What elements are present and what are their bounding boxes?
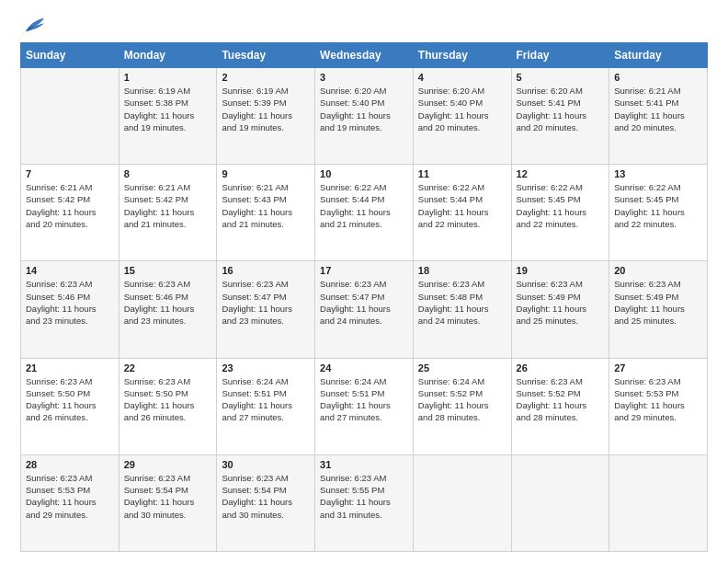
day-info: Sunrise: 6:19 AMSunset: 5:38 PMDaylight:… [124, 85, 212, 133]
calendar-cell: 29Sunrise: 6:23 AMSunset: 5:54 PMDayligh… [119, 454, 217, 551]
day-number: 9 [222, 168, 310, 179]
calendar-cell: 27Sunrise: 6:23 AMSunset: 5:53 PMDayligh… [609, 358, 708, 454]
calendar-cell: 9Sunrise: 6:21 AMSunset: 5:43 PMDaylight… [217, 165, 315, 261]
weekday-header-friday: Friday [511, 43, 609, 68]
day-info: Sunrise: 6:24 AMSunset: 5:51 PMDaylight:… [222, 375, 310, 424]
day-number: 16 [222, 265, 310, 276]
day-info: Sunrise: 6:23 AMSunset: 5:53 PMDaylight:… [614, 375, 702, 424]
day-number: 10 [320, 168, 408, 179]
calendar-cell: 10Sunrise: 6:22 AMSunset: 5:44 PMDayligh… [315, 165, 414, 261]
calendar-cell: 6Sunrise: 6:21 AMSunset: 5:41 PMDaylight… [609, 68, 708, 165]
day-info: Sunrise: 6:20 AMSunset: 5:41 PMDaylight:… [517, 85, 605, 133]
calendar-cell: 19Sunrise: 6:23 AMSunset: 5:49 PMDayligh… [511, 261, 609, 358]
day-number: 27 [614, 362, 702, 373]
day-info: Sunrise: 6:23 AMSunset: 5:49 PMDaylight:… [614, 278, 702, 327]
day-info: Sunrise: 6:21 AMSunset: 5:42 PMDaylight:… [26, 181, 114, 230]
weekday-header-row: SundayMondayTuesdayWednesdayThursdayFrid… [21, 43, 708, 68]
day-number: 6 [614, 72, 702, 83]
calendar-cell [21, 68, 119, 165]
calendar-cell: 13Sunrise: 6:22 AMSunset: 5:45 PMDayligh… [609, 165, 708, 261]
calendar-cell: 1Sunrise: 6:19 AMSunset: 5:38 PMDaylight… [119, 68, 217, 165]
calendar-cell: 28Sunrise: 6:23 AMSunset: 5:53 PMDayligh… [21, 454, 119, 551]
calendar-cell: 17Sunrise: 6:23 AMSunset: 5:47 PMDayligh… [315, 261, 414, 358]
calendar-page: SundayMondayTuesdayWednesdayThursdayFrid… [0, 0, 728, 563]
day-info: Sunrise: 6:20 AMSunset: 5:40 PMDaylight:… [418, 85, 506, 133]
calendar-cell: 15Sunrise: 6:23 AMSunset: 5:46 PMDayligh… [119, 261, 217, 358]
calendar-cell: 30Sunrise: 6:23 AMSunset: 5:54 PMDayligh… [217, 454, 315, 551]
day-number: 22 [124, 362, 212, 373]
day-number: 2 [222, 72, 310, 83]
calendar-cell: 21Sunrise: 6:23 AMSunset: 5:50 PMDayligh… [21, 358, 119, 454]
day-number: 12 [517, 168, 605, 179]
calendar-cell: 18Sunrise: 6:23 AMSunset: 5:48 PMDayligh… [413, 261, 511, 358]
calendar-body: 1Sunrise: 6:19 AMSunset: 5:38 PMDaylight… [21, 68, 708, 552]
day-number: 23 [222, 362, 310, 373]
day-number: 15 [124, 265, 212, 276]
calendar-cell: 24Sunrise: 6:24 AMSunset: 5:51 PMDayligh… [315, 358, 414, 454]
day-number: 4 [418, 72, 506, 83]
day-info: Sunrise: 6:21 AMSunset: 5:42 PMDaylight:… [124, 181, 212, 230]
calendar-cell: 31Sunrise: 6:23 AMSunset: 5:55 PMDayligh… [315, 454, 414, 551]
calendar-table: SundayMondayTuesdayWednesdayThursdayFrid… [20, 42, 708, 552]
calendar-week-row: 1Sunrise: 6:19 AMSunset: 5:38 PMDaylight… [21, 68, 708, 165]
header [20, 17, 708, 35]
calendar-cell: 25Sunrise: 6:24 AMSunset: 5:52 PMDayligh… [413, 358, 511, 454]
day-number: 28 [26, 459, 114, 470]
day-info: Sunrise: 6:23 AMSunset: 5:49 PMDaylight:… [517, 278, 605, 327]
calendar-cell [609, 454, 708, 551]
weekday-header-thursday: Thursday [413, 43, 511, 68]
day-info: Sunrise: 6:21 AMSunset: 5:41 PMDaylight:… [614, 85, 702, 133]
weekday-header-wednesday: Wednesday [315, 43, 414, 68]
calendar-week-row: 7Sunrise: 6:21 AMSunset: 5:42 PMDaylight… [21, 165, 708, 261]
day-info: Sunrise: 6:23 AMSunset: 5:52 PMDaylight:… [517, 375, 605, 424]
calendar-cell: 7Sunrise: 6:21 AMSunset: 5:42 PMDaylight… [21, 165, 119, 261]
day-info: Sunrise: 6:22 AMSunset: 5:44 PMDaylight:… [320, 181, 408, 230]
calendar-week-row: 21Sunrise: 6:23 AMSunset: 5:50 PMDayligh… [21, 358, 708, 454]
day-number: 8 [124, 168, 212, 179]
day-info: Sunrise: 6:24 AMSunset: 5:52 PMDaylight:… [418, 375, 506, 424]
day-number: 30 [222, 459, 310, 470]
day-number: 20 [614, 265, 702, 276]
day-info: Sunrise: 6:23 AMSunset: 5:46 PMDaylight:… [26, 278, 114, 327]
calendar-cell: 8Sunrise: 6:21 AMSunset: 5:42 PMDaylight… [119, 165, 217, 261]
calendar-cell: 26Sunrise: 6:23 AMSunset: 5:52 PMDayligh… [511, 358, 609, 454]
calendar-cell: 23Sunrise: 6:24 AMSunset: 5:51 PMDayligh… [217, 358, 315, 454]
day-number: 7 [26, 168, 114, 179]
calendar-cell [511, 454, 609, 551]
weekday-header-tuesday: Tuesday [217, 43, 315, 68]
calendar-week-row: 14Sunrise: 6:23 AMSunset: 5:46 PMDayligh… [21, 261, 708, 358]
day-info: Sunrise: 6:23 AMSunset: 5:48 PMDaylight:… [418, 278, 506, 327]
day-info: Sunrise: 6:23 AMSunset: 5:50 PMDaylight:… [26, 375, 114, 424]
day-info: Sunrise: 6:22 AMSunset: 5:45 PMDaylight:… [517, 181, 605, 230]
calendar-cell: 5Sunrise: 6:20 AMSunset: 5:41 PMDaylight… [511, 68, 609, 165]
day-info: Sunrise: 6:23 AMSunset: 5:53 PMDaylight:… [26, 472, 114, 521]
day-number: 13 [614, 168, 702, 179]
day-info: Sunrise: 6:23 AMSunset: 5:54 PMDaylight:… [124, 472, 212, 521]
weekday-header-saturday: Saturday [609, 43, 708, 68]
day-number: 21 [26, 362, 114, 373]
day-info: Sunrise: 6:23 AMSunset: 5:55 PMDaylight:… [320, 472, 408, 521]
day-info: Sunrise: 6:23 AMSunset: 5:54 PMDaylight:… [222, 472, 310, 521]
logo-bird-icon [22, 17, 46, 35]
day-number: 5 [517, 72, 605, 83]
day-info: Sunrise: 6:24 AMSunset: 5:51 PMDaylight:… [320, 375, 408, 424]
day-info: Sunrise: 6:20 AMSunset: 5:40 PMDaylight:… [320, 85, 408, 133]
day-number: 18 [418, 265, 506, 276]
day-info: Sunrise: 6:23 AMSunset: 5:47 PMDaylight:… [222, 278, 310, 327]
calendar-cell: 20Sunrise: 6:23 AMSunset: 5:49 PMDayligh… [609, 261, 708, 358]
day-number: 24 [320, 362, 408, 373]
calendar-cell: 2Sunrise: 6:19 AMSunset: 5:39 PMDaylight… [217, 68, 315, 165]
day-number: 29 [124, 459, 212, 470]
day-number: 17 [320, 265, 408, 276]
day-info: Sunrise: 6:23 AMSunset: 5:47 PMDaylight:… [320, 278, 408, 327]
calendar-week-row: 28Sunrise: 6:23 AMSunset: 5:53 PMDayligh… [21, 454, 708, 551]
day-info: Sunrise: 6:21 AMSunset: 5:43 PMDaylight:… [222, 181, 310, 230]
calendar-cell: 11Sunrise: 6:22 AMSunset: 5:44 PMDayligh… [413, 165, 511, 261]
day-number: 26 [517, 362, 605, 373]
logo [20, 17, 48, 35]
day-number: 11 [418, 168, 506, 179]
day-info: Sunrise: 6:22 AMSunset: 5:45 PMDaylight:… [614, 181, 702, 230]
day-number: 14 [26, 265, 114, 276]
calendar-cell: 12Sunrise: 6:22 AMSunset: 5:45 PMDayligh… [511, 165, 609, 261]
calendar-cell: 4Sunrise: 6:20 AMSunset: 5:40 PMDaylight… [413, 68, 511, 165]
